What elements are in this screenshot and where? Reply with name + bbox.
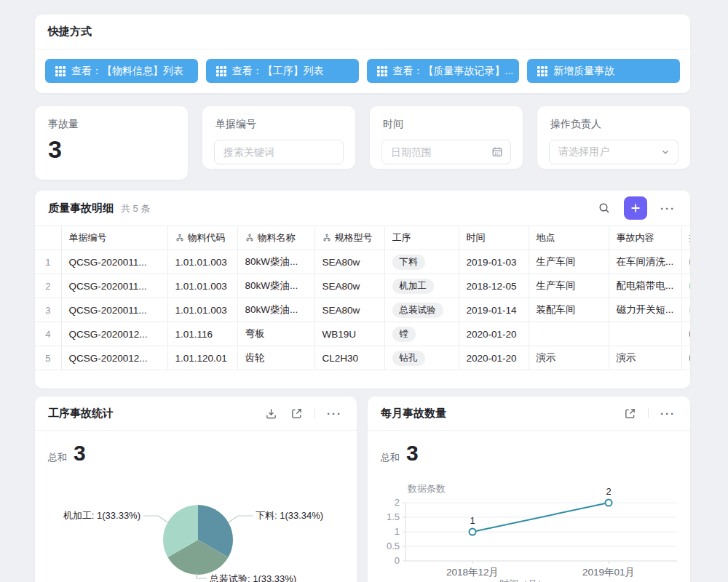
col-process[interactable]: 工序 — [384, 226, 459, 250]
table-more-menu[interactable]: ··· — [659, 202, 677, 215]
line-card-title: 每月事故数量 — [381, 407, 446, 420]
avatar — [689, 253, 691, 271]
shortcut-button-1[interactable]: 查看：【工序】列表 — [206, 59, 359, 83]
cell-time: 2020-01-20 — [459, 322, 529, 346]
search-icon[interactable] — [596, 200, 612, 216]
col-place[interactable]: 地点 — [529, 226, 609, 250]
pie-chart-body: 总和 3 下料: 1(33.34%)总装试验: 1(33.33%)机加工: 1(… — [35, 431, 357, 582]
cell-code: QCSG-2020011... — [61, 298, 167, 322]
row-number: 4 — [35, 322, 61, 346]
cell-code: QCSG-2020011... — [61, 274, 167, 298]
shortcut-button-0[interactable]: 查看：【物料信息】列表 — [45, 59, 198, 83]
table-row[interactable]: 1QCSG-2020011...1.01.01.00380kW柴油...SEA8… — [35, 250, 690, 274]
cell-mat_name: 80kW柴油... — [237, 298, 314, 322]
relation-icon — [323, 234, 331, 242]
data-point — [470, 529, 476, 535]
metric-card-accidents: 事故量 3 — [35, 106, 188, 180]
pie-slice-label: 下料: 1(33.34%) — [256, 510, 323, 521]
process-tag: 镗 — [392, 327, 416, 342]
dashboard-page: 快捷方式 查看：【物料信息】列表查看：【工序】列表查看：【质量事故记录】...新… — [0, 0, 728, 582]
data-point — [606, 500, 612, 506]
cell-time: 2019-01-14 — [459, 298, 529, 322]
grid-icon — [216, 66, 226, 76]
col-content[interactable]: 事故内容 — [609, 226, 681, 250]
line-more-menu[interactable]: ··· — [659, 407, 677, 420]
relation-icon — [175, 234, 184, 242]
add-record-button[interactable] — [624, 196, 647, 220]
docno-search-input[interactable] — [215, 140, 343, 164]
process-tag: 钻孔 — [392, 351, 425, 366]
open-fullscreen-icon[interactable] — [622, 406, 638, 421]
pie-total-label: 总和 — [48, 451, 67, 464]
cell-place: 生产车间 — [529, 274, 609, 298]
cell-time: 2018-12-05 — [459, 274, 529, 298]
download-icon[interactable] — [264, 406, 279, 421]
table-header-row: 质量事故明细 共 5 条 ··· — [35, 191, 690, 226]
metric-label: 事故量 — [35, 106, 188, 131]
cell-mat_code: 1.01.01.003 — [167, 250, 237, 274]
x-axis-title: 时间（月） — [499, 578, 547, 582]
cell-process: 机加工 — [384, 274, 459, 298]
user-select-placeholder: 请选择用户 — [550, 146, 631, 159]
col-code[interactable]: 单据编号 — [61, 226, 167, 250]
cell-content — [609, 322, 681, 346]
shortcut-button-label: 新增质量事故 — [553, 65, 614, 78]
shortcut-button-label: 查看：【物料信息】列表 — [71, 65, 183, 78]
cell-process: 钻孔 — [384, 346, 459, 370]
x-category-label: 2019年01月 — [582, 567, 635, 578]
cell-mat_code: 1.01.116 — [167, 322, 237, 346]
col-owner[interactable]: 操作负责人 — [681, 226, 690, 250]
cell-mat_name: 80kW柴油... — [237, 274, 314, 298]
user-select[interactable]: 请选择用户 — [549, 140, 678, 164]
col-spec[interactable]: 规格型号 — [314, 226, 384, 250]
pie-total-value: 3 — [74, 442, 86, 464]
cell-content: 配电箱带电... — [609, 274, 681, 298]
table-scroll-area[interactable]: 单据编号物料代码物料名称规格型号工序时间地点事故内容操作负责人1QCSG-202… — [35, 226, 690, 370]
shortcut-button-2[interactable]: 查看：【质量事故记录】... — [367, 59, 520, 83]
shortcuts-title: 快捷方式 — [48, 25, 92, 39]
table-row[interactable]: 5QCSG-2020012...1.01.120.01齿轮CL2H30钻孔202… — [35, 346, 690, 370]
table-row[interactable]: 4QCSG-2020012...1.01.116弯板WB19U镗2020-01-… — [35, 322, 690, 346]
cell-place — [529, 322, 609, 346]
cell-mat_name: 80kW柴油... — [237, 250, 314, 274]
col-num[interactable] — [35, 226, 61, 250]
row-number: 1 — [35, 250, 61, 274]
data-point-label: 2 — [606, 486, 611, 497]
cell-process: 总装试验 — [384, 298, 459, 322]
cell-spec: SEA80w — [314, 250, 384, 274]
cell-content: 演示 — [609, 346, 681, 370]
line-total-value: 3 — [406, 442, 419, 464]
avatar — [689, 325, 691, 343]
pie-more-menu[interactable]: ··· — [325, 407, 344, 420]
accident-table: 单据编号物料代码物料名称规格型号工序时间地点事故内容操作负责人1QCSG-202… — [35, 226, 690, 370]
col-mat_code[interactable]: 物料代码 — [167, 226, 237, 250]
open-fullscreen-icon[interactable] — [289, 406, 304, 421]
pie-leader-line — [229, 516, 253, 522]
col-mat_name[interactable]: 物料名称 — [237, 226, 314, 250]
row-number: 3 — [35, 298, 61, 322]
process-tag: 下料 — [392, 255, 425, 270]
y-tick-label: 2 — [395, 497, 400, 508]
divider — [314, 408, 315, 418]
filter-card-operator: 操作负责人 请选择用户 — [537, 106, 690, 169]
process-stats-card: 工序事故统计 ··· — [35, 396, 357, 582]
docno-filter-label: 单据编号 — [202, 106, 355, 131]
row-number: 5 — [35, 346, 61, 370]
col-time[interactable]: 时间 — [459, 226, 529, 250]
table-title: 质量事故明细 — [48, 202, 114, 215]
line-card-header: 每月事故数量 ··· — [368, 396, 690, 431]
shortcut-button-3[interactable]: 新增质量事故 — [527, 59, 680, 83]
time-filter-label: 时间 — [370, 106, 523, 131]
cell-owner — [681, 346, 690, 370]
table-row[interactable]: 2QCSG-2020011...1.01.01.00380kW柴油...SEA8… — [35, 274, 690, 298]
cell-content: 在车间清洗... — [609, 250, 681, 274]
cell-owner — [681, 250, 690, 274]
operator-filter-label: 操作负责人 — [537, 106, 690, 131]
table-row[interactable]: 3QCSG-2020011...1.01.01.00380kW柴油...SEA8… — [35, 298, 690, 322]
cell-code: QCSG-2020012... — [61, 322, 167, 346]
metric-value: 3 — [35, 131, 188, 162]
cell-place: 生产车间 — [529, 250, 609, 274]
cell-spec: SEA80w — [314, 274, 384, 298]
grid-icon — [55, 66, 66, 76]
pie-slice-label: 机加工: 1(33.33%) — [63, 510, 141, 521]
